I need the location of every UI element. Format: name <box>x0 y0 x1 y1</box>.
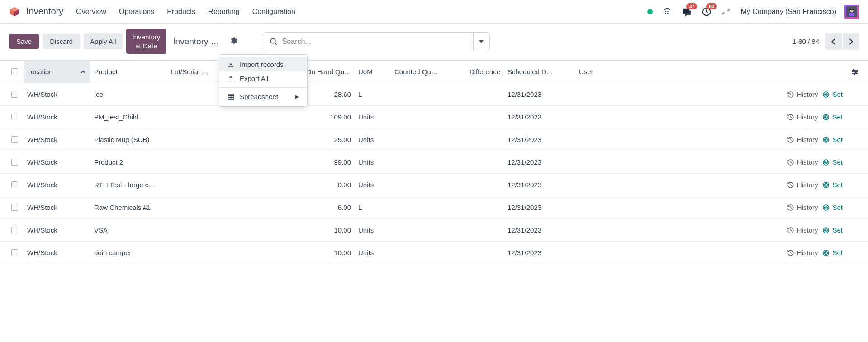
col-onhand[interactable]: On Hand Qu… <box>302 68 355 76</box>
tools-icon[interactable] <box>721 7 730 16</box>
search-input[interactable] <box>282 38 467 46</box>
set-button[interactable]: Set <box>822 158 843 166</box>
history-button[interactable]: History <box>787 113 818 121</box>
messages-badge: 37 <box>686 3 697 10</box>
search-options-toggle[interactable] <box>473 33 489 51</box>
cell-location: WH/Stock <box>24 204 90 211</box>
cell-product: doih camper <box>90 249 167 256</box>
table-row[interactable]: WH/StockProduct 299.00Units12/31/2023His… <box>0 151 868 174</box>
cell-uom: Units <box>355 226 391 234</box>
col-product[interactable]: Product <box>90 68 167 76</box>
history-icon <box>787 204 794 211</box>
table-row[interactable]: WH/StockVSA10.00Units12/31/2023HistorySe… <box>0 219 868 242</box>
table-row[interactable]: WH/StockRaw Chemicals #16.00L12/31/2023H… <box>0 196 868 219</box>
set-button[interactable]: Set <box>822 136 843 143</box>
pager-text[interactable]: 1-80 / 84 <box>792 38 819 45</box>
set-button[interactable]: Set <box>822 113 843 121</box>
set-label: Set <box>832 204 843 211</box>
target-icon <box>822 181 830 189</box>
history-icon <box>787 91 794 98</box>
row-checkbox[interactable] <box>5 159 24 166</box>
cell-uom: L <box>355 90 391 98</box>
history-button[interactable]: History <box>787 181 818 189</box>
messages-icon[interactable]: 37 <box>682 7 692 17</box>
save-button[interactable]: Save <box>9 34 39 49</box>
table-row[interactable]: WH/StockPlastic Mug (SUB)25.00Units12/31… <box>0 128 868 151</box>
table-row[interactable]: WH/StockRTH Test - large c…0.00Units12/3… <box>0 174 868 196</box>
row-checkbox[interactable] <box>5 204 24 211</box>
pager-next-button[interactable] <box>843 33 859 50</box>
nav-operations[interactable]: Operations <box>119 8 154 16</box>
chevron-right-icon: ▶ <box>295 94 299 99</box>
import-records-item[interactable]: Import records <box>219 57 307 71</box>
search-icon <box>270 38 278 46</box>
download-icon <box>228 61 234 68</box>
svg-point-47 <box>825 207 826 208</box>
row-checkbox[interactable] <box>5 249 24 256</box>
spreadsheet-item[interactable]: Spreadsheet ▶ <box>219 90 307 104</box>
set-button[interactable]: Set <box>822 249 843 256</box>
row-checkbox[interactable] <box>5 91 24 98</box>
row-checkbox[interactable] <box>5 181 24 188</box>
discard-button[interactable]: Discard <box>43 34 80 49</box>
col-uom[interactable]: UoM <box>355 68 391 76</box>
cell-onhand: 10.00 <box>302 226 355 234</box>
nav-overview[interactable]: Overview <box>76 8 106 16</box>
row-checkbox[interactable] <box>5 114 24 120</box>
col-location[interactable]: Location <box>24 61 90 83</box>
app-title[interactable]: Inventory <box>26 6 63 17</box>
user-avatar[interactable] <box>844 5 859 19</box>
history-icon <box>787 249 794 256</box>
breadcrumb: Inventory … <box>173 37 219 47</box>
pager-prev-button[interactable] <box>825 33 842 50</box>
nav-reporting[interactable]: Reporting <box>208 8 239 16</box>
row-checkbox[interactable] <box>5 227 24 233</box>
column-settings-icon[interactable] <box>847 68 863 76</box>
table-header: Location Product Lot/Serial N… On Hand Q… <box>0 61 868 83</box>
table-row[interactable]: WH/Stockdoih camper10.00Units12/31/2023H… <box>0 242 868 264</box>
col-user[interactable]: User <box>575 68 666 76</box>
history-button[interactable]: History <box>787 204 818 211</box>
inventory-at-date-button[interactable]: Inventory at Date <box>126 29 167 54</box>
svg-point-41 <box>825 162 826 163</box>
col-difference[interactable]: Difference <box>463 68 504 76</box>
select-all-checkbox[interactable] <box>5 68 24 75</box>
table-row[interactable]: WH/StockIce28.60L12/31/2023HistorySet <box>0 83 868 106</box>
sort-asc-icon <box>81 69 86 75</box>
set-button[interactable]: Set <box>822 181 843 189</box>
set-button[interactable]: Set <box>822 226 843 234</box>
activities-icon[interactable]: 60 <box>702 7 711 17</box>
cell-location: WH/Stock <box>24 181 90 189</box>
nav-products[interactable]: Products <box>167 8 195 16</box>
history-button[interactable]: History <box>787 249 818 256</box>
export-all-item[interactable]: Export All <box>219 71 307 86</box>
gear-icon[interactable] <box>228 35 239 48</box>
target-icon <box>822 136 830 143</box>
col-counted[interactable]: Counted Qu… <box>391 68 463 76</box>
set-label: Set <box>832 113 843 121</box>
apply-all-button[interactable]: Apply All <box>84 33 123 50</box>
nav-configuration[interactable]: Configuration <box>252 8 295 16</box>
svg-rect-4 <box>667 11 668 12</box>
svg-point-50 <box>825 230 826 231</box>
set-button[interactable]: Set <box>822 90 843 98</box>
history-button[interactable]: History <box>787 136 818 143</box>
col-lot[interactable]: Lot/Serial N… <box>167 68 215 76</box>
svg-marker-18 <box>479 40 484 43</box>
cell-scheduled: 12/31/2023 <box>504 158 575 166</box>
set-button[interactable]: Set <box>822 204 843 211</box>
company-selector[interactable]: My Company (San Francisco) <box>740 8 836 16</box>
phone-icon[interactable] <box>663 7 672 16</box>
history-button[interactable]: History <box>787 158 818 166</box>
svg-point-35 <box>825 117 826 118</box>
cell-location: WH/Stock <box>24 90 90 98</box>
history-button[interactable]: History <box>787 226 818 234</box>
table-row[interactable]: WH/StockPM_test_Child109.00Units12/31/20… <box>0 106 868 128</box>
set-label: Set <box>832 136 843 143</box>
apply-all-label: Apply All <box>90 37 116 46</box>
history-button[interactable]: History <box>787 90 818 98</box>
app-logo[interactable] <box>9 6 20 17</box>
svg-rect-19 <box>228 94 234 99</box>
row-checkbox[interactable] <box>5 136 24 143</box>
col-scheduled[interactable]: Scheduled D… <box>504 68 575 76</box>
